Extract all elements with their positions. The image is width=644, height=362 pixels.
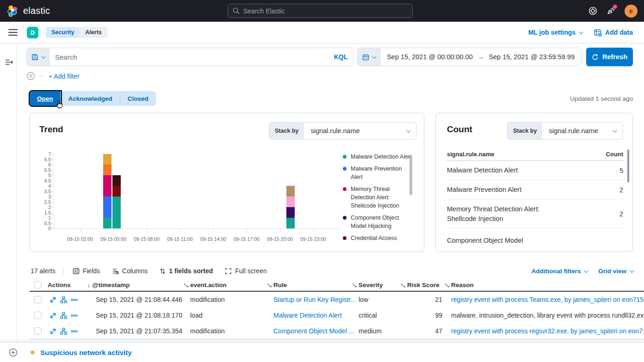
bar-segment[interactable] xyxy=(112,186,121,196)
add-filter-button[interactable]: + Add filter xyxy=(49,73,80,80)
column-menu-icon[interactable] xyxy=(401,282,406,287)
bar-segment-malware-detection-alert[interactable] xyxy=(103,218,111,228)
filter-set-icon[interactable] xyxy=(26,72,35,80)
global-search-input[interactable] xyxy=(243,7,408,15)
expand-sidebar-icon[interactable] xyxy=(5,58,13,66)
space-badge[interactable]: D xyxy=(27,27,38,38)
bar-segment[interactable] xyxy=(286,186,295,196)
notification-dot xyxy=(613,5,617,9)
saved-query-button[interactable] xyxy=(27,48,50,66)
col-timestamp[interactable]: ↓@timestamp xyxy=(86,282,189,288)
date-quick-select-button[interactable] xyxy=(358,48,380,66)
column-menu-icon[interactable] xyxy=(353,282,357,287)
col-risk-score[interactable]: Risk Score xyxy=(406,282,450,288)
reason-cell[interactable]: registry event with process regsvr32.exe… xyxy=(450,327,644,335)
filter-closed-button[interactable]: Closed xyxy=(120,91,156,106)
expand-alert-icon[interactable] xyxy=(50,312,56,319)
legend-item[interactable]: Credential Access xyxy=(343,234,412,242)
search-icon xyxy=(233,7,240,14)
select-all-checkbox[interactable] xyxy=(34,281,42,288)
bar-segment[interactable] xyxy=(112,175,121,186)
column-menu-icon[interactable] xyxy=(445,282,450,287)
sorted-fields-button[interactable]: 1 fields sorted xyxy=(160,267,213,275)
breadcrumb-security[interactable]: Security xyxy=(46,27,80,38)
bar-segment[interactable] xyxy=(286,196,295,207)
kql-language-button[interactable]: KQL xyxy=(334,53,348,61)
expand-alert-icon[interactable] xyxy=(50,328,56,335)
row-checkbox[interactable] xyxy=(34,296,42,303)
more-actions-icon[interactable] xyxy=(71,296,78,303)
trend-stack-by-select[interactable]: signal.rule.name xyxy=(304,123,416,139)
ml-job-settings-button[interactable]: ML job settings xyxy=(528,29,582,36)
menu-icon[interactable] xyxy=(8,27,18,37)
row-checkbox[interactable] xyxy=(34,312,42,319)
columns-button[interactable]: Columns xyxy=(112,267,148,275)
bar-segment-memory-threat-detection-alert-shellcode-injection[interactable] xyxy=(103,175,111,196)
bar-segment-component-object-model-hijacking[interactable] xyxy=(286,207,295,218)
count-scrollbar[interactable] xyxy=(627,149,629,183)
kql-query-input-wrap: KQL xyxy=(50,48,353,66)
analyze-event-icon[interactable] xyxy=(60,312,67,319)
full-screen-button[interactable]: Full screen xyxy=(225,267,266,275)
severity-cell: low xyxy=(357,296,406,303)
date-picker-group: Sep 15, 2021 @ 00:00:00.00 → Sep 15, 202… xyxy=(357,48,582,66)
refresh-button[interactable]: Refresh xyxy=(586,48,633,66)
more-actions-icon[interactable] xyxy=(71,312,78,319)
table-row: Component Object Model xyxy=(447,228,623,252)
breadcrumb: Security Alerts xyxy=(46,27,107,38)
bar-segment[interactable] xyxy=(103,165,111,175)
legend-item[interactable]: Malware Detection Alert xyxy=(343,153,412,161)
more-actions-icon[interactable] xyxy=(71,328,78,335)
filter-open-button[interactable]: Open xyxy=(30,91,61,106)
additional-filters-button[interactable]: Additional filters xyxy=(532,268,588,275)
row-checkbox[interactable] xyxy=(34,327,42,335)
stack-by-label: Stack by xyxy=(269,123,304,139)
rule-link[interactable]: Malware Detection Alert xyxy=(272,312,357,319)
y-axis-tick xyxy=(51,160,53,160)
expand-alert-icon[interactable] xyxy=(50,296,56,303)
legend-label: Credential Access xyxy=(351,234,397,242)
bar-segment-malware-detection-alert[interactable] xyxy=(286,218,295,228)
chevron-down-icon xyxy=(579,30,583,34)
y-axis-tick-label: 2 xyxy=(48,204,51,210)
timeline-title-link[interactable]: Suspicious network activity xyxy=(40,349,132,356)
column-menu-icon[interactable] xyxy=(267,282,272,287)
timestamp-cell: Sep 15, 2021 @ 21:08:44.446 xyxy=(86,296,189,303)
elastic-logo[interactable]: elastic xyxy=(6,5,50,17)
legend-item[interactable]: Malware Prevention Alert xyxy=(343,165,412,181)
fields-button[interactable]: Fields xyxy=(73,267,100,275)
add-timeline-icon[interactable] xyxy=(9,348,18,357)
rule-link[interactable]: Startup or Run Key Registr... xyxy=(272,296,357,303)
col-reason[interactable]: Reason xyxy=(450,282,644,288)
bar-segment[interactable] xyxy=(103,154,111,165)
legend-item[interactable]: Component Object Model Hijacking xyxy=(343,214,412,230)
news-feed-icon[interactable] xyxy=(607,6,615,15)
y-axis-tick xyxy=(51,181,53,181)
add-data-button[interactable]: Add data xyxy=(594,29,633,37)
analyze-event-icon[interactable] xyxy=(60,296,67,303)
col-rule[interactable]: Rule xyxy=(272,282,357,288)
legend-item[interactable]: Memory Threat Detection Alert: Shellcode… xyxy=(343,185,412,210)
end-date-button[interactable]: Sep 15, 2021 @ 23:59:59.99 xyxy=(489,53,575,61)
y-axis-tick xyxy=(51,202,53,202)
date-range: Sep 15, 2021 @ 00:00:00.00 → Sep 15, 202… xyxy=(380,48,581,66)
rule-link[interactable]: Component Object Model ... xyxy=(272,327,357,335)
col-severity[interactable]: Severity xyxy=(357,282,406,288)
bar-segment-malware-detection-alert[interactable] xyxy=(112,196,121,228)
count-stack-by-select[interactable]: signal.rule.name xyxy=(542,123,622,139)
reason-cell[interactable]: registry event with process Teams.exe, b… xyxy=(450,296,644,303)
y-axis-tick-label: 3 xyxy=(48,194,51,199)
reason-cell[interactable]: malware, intrusion_detection, library ev… xyxy=(450,312,644,319)
legend-scrollbar[interactable] xyxy=(409,155,412,195)
start-date-button[interactable]: Sep 15, 2021 @ 00:00:00.00 xyxy=(387,53,473,61)
filter-acknowledged-button[interactable]: Acknowledged xyxy=(61,91,120,106)
column-menu-icon[interactable] xyxy=(184,282,189,287)
user-avatar[interactable]: e xyxy=(625,5,638,18)
col-event-action[interactable]: event.action xyxy=(189,282,272,288)
analyze-event-icon[interactable] xyxy=(60,328,67,335)
kql-query-input[interactable] xyxy=(55,53,330,61)
grid-view-button[interactable]: Grid view xyxy=(598,268,633,275)
bar-segment-malware-prevention-alert[interactable] xyxy=(103,196,111,218)
help-icon[interactable] xyxy=(588,6,597,15)
global-search[interactable] xyxy=(228,4,413,18)
